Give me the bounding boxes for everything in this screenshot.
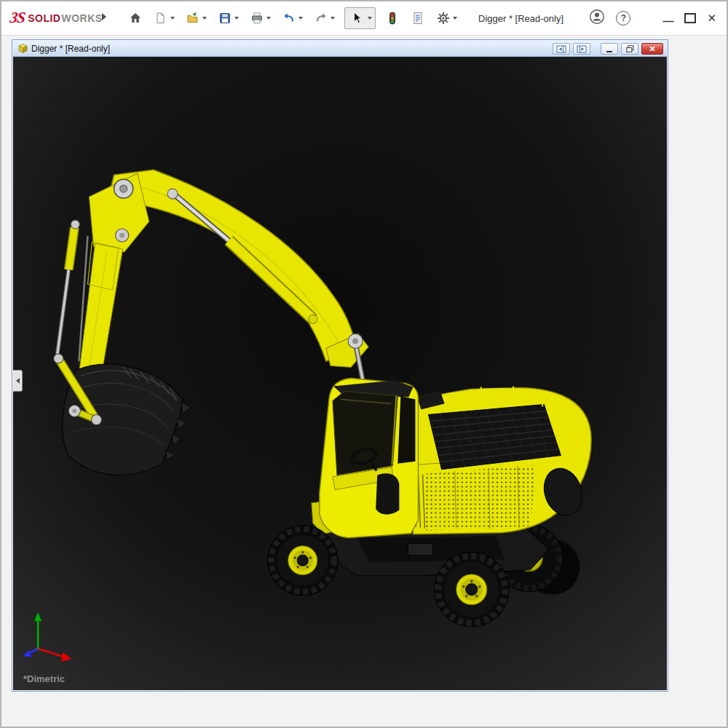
new-document-button[interactable] <box>152 9 176 27</box>
open-icon <box>186 11 200 25</box>
rebuild-button[interactable] <box>384 9 401 27</box>
redo-icon <box>314 11 328 25</box>
3ds-logo-icon: 3S <box>9 9 26 27</box>
minimize-bar-icon <box>606 51 612 52</box>
document-titlebar[interactable]: Digger * [Read-only] <box>13 41 667 57</box>
app-title: Digger * [Read-only] <box>478 13 563 24</box>
solidworks-logo: 3S SOLID WORKS <box>10 9 103 27</box>
redo-button[interactable] <box>312 9 336 27</box>
save-button[interactable] <box>216 9 240 27</box>
document-window: Digger * [Read-only] <box>12 39 668 692</box>
app-minimize-button[interactable]: — <box>662 12 673 25</box>
excavator-body[interactable] <box>413 387 591 534</box>
brand-works-text: WORKS <box>61 12 102 24</box>
rebuild-traffic-light-icon <box>385 11 400 25</box>
featuremanager-collapse-tab[interactable] <box>13 370 23 392</box>
document-title: Digger * [Read-only] <box>31 44 110 54</box>
help-button[interactable]: ? <box>616 11 630 25</box>
view-orientation-label: *Dimetric <box>23 673 65 684</box>
document-close-button[interactable]: ✕ <box>641 43 663 55</box>
screen: 3S SOLID WORKS <box>0 0 728 728</box>
part-document-icon <box>17 43 28 54</box>
print-dropdown-icon[interactable] <box>266 17 271 20</box>
graphics-viewport[interactable]: *Dimetric <box>13 57 667 690</box>
options-button[interactable] <box>435 9 459 27</box>
options-dropdown-icon[interactable] <box>453 17 457 20</box>
file-properties-icon <box>411 11 425 25</box>
app-title-bar: 3S SOLID WORKS <box>1 1 727 36</box>
print-icon <box>250 11 264 25</box>
undo-dropdown-icon[interactable] <box>298 17 303 20</box>
front-left-wheel[interactable] <box>268 526 338 596</box>
operator-cab[interactable] <box>320 379 419 538</box>
file-properties-button[interactable] <box>409 9 427 27</box>
menu-expand-icon[interactable] <box>102 13 106 20</box>
collapse-arrow-icon <box>16 378 20 384</box>
home-icon <box>128 11 143 25</box>
print-button[interactable] <box>248 9 272 27</box>
document-minimize-button[interactable] <box>601 43 618 55</box>
open-dropdown-icon[interactable] <box>202 17 207 20</box>
pane-right-icon <box>577 45 587 53</box>
redo-dropdown-icon[interactable] <box>331 17 335 20</box>
orientation-triad[interactable] <box>23 612 71 662</box>
select-tool-group <box>344 7 376 29</box>
display-pane-right-toggle-button[interactable] <box>573 43 590 55</box>
brand-solid-text: SOLID <box>28 12 60 24</box>
undo-icon <box>282 11 296 25</box>
new-document-icon <box>154 11 168 25</box>
app-window-controls: ? — ✕ <box>589 1 716 35</box>
new-document-dropdown-icon[interactable] <box>170 17 175 20</box>
save-icon <box>218 11 232 25</box>
save-dropdown-icon[interactable] <box>234 17 239 20</box>
user-icon <box>589 9 605 25</box>
standard-toolbar <box>127 1 459 35</box>
excavator-canvas[interactable] <box>13 57 667 690</box>
gear-icon <box>436 11 451 25</box>
open-button[interactable] <box>184 9 208 27</box>
select-tool-dropdown-icon[interactable] <box>368 17 372 20</box>
document-window-controls: ✕ <box>553 43 663 55</box>
select-cursor-icon <box>349 11 364 25</box>
pane-left-icon <box>556 45 566 53</box>
bucket[interactable] <box>63 364 191 475</box>
restore-icon <box>626 45 634 52</box>
front-right-wheel[interactable] <box>435 553 509 627</box>
app-maximize-button[interactable] <box>684 13 696 23</box>
app-close-button[interactable]: ✕ <box>707 12 716 25</box>
select-tool-button[interactable] <box>348 9 365 27</box>
home-button[interactable] <box>127 9 144 27</box>
document-restore-button[interactable] <box>621 43 638 55</box>
undo-button[interactable] <box>280 9 304 27</box>
display-pane-left-toggle-button[interactable] <box>553 43 570 55</box>
user-account-button[interactable] <box>589 9 605 28</box>
